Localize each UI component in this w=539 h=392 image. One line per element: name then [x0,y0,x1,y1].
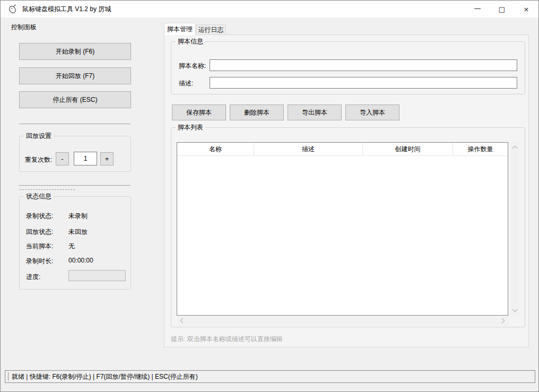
minimize-button[interactable]: — [465,1,490,18]
dashed-line [20,189,75,190]
column-header-description[interactable]: 描述 [254,143,363,155]
progress-bar [68,270,126,281]
close-button[interactable]: × [514,1,538,18]
record-duration-label: 录制时长: [26,257,53,266]
script-desc-label: 描述: [179,79,193,88]
record-status-label: 录制状态: [26,212,53,221]
column-header-op-count[interactable]: 操作数量 [453,143,508,155]
vertical-scrollbar[interactable] [510,142,519,316]
script-list-group: 脚本列表 名称 描述 创建时间 操作数量 [171,127,525,327]
mouse-icon [7,4,18,14]
repeat-decrease-button[interactable]: - [56,152,69,165]
repeat-count-input[interactable] [74,152,97,165]
horizontal-scrollbar[interactable] [177,317,508,325]
script-name-label: 脚本名称: [179,62,206,71]
delete-script-button[interactable]: 删除脚本 [230,104,284,120]
scroll-left-icon[interactable] [180,318,186,324]
script-manager-panel: 脚本信息 脚本名称: 描述: 保存脚本 删除脚本 导出脚本 导入脚本 脚本列表 … [164,34,529,347]
statusbar-text: 就绪 | 快捷键: F6(录制/停止) | F7(回放/暂停/继续) | ESC… [12,372,198,381]
column-header-created[interactable]: 创建时间 [363,143,453,155]
script-name-input[interactable] [210,59,517,71]
playback-settings-group: 回放设置 重复次数: - + [19,136,131,172]
close-icon: × [524,5,529,13]
playback-settings-title: 回放设置 [24,132,54,141]
title-bar: 鼠标键盘模拟工具 V1.2 by 厉城 — □ × [1,1,538,18]
status-info-group: 状态信息 录制状态: 未录制 回放状态: 未回放 当前脚本: 无 录制时长: 0… [19,196,131,290]
window-title: 鼠标键盘模拟工具 V1.2 by 厉城 [22,5,111,14]
script-table-header: 名称 描述 创建时间 操作数量 [177,143,508,156]
tab-run-log[interactable]: 运行日志 [196,24,226,35]
script-desc-input[interactable] [210,77,517,89]
import-script-button[interactable]: 导入脚本 [345,104,399,120]
window-controls: — □ × [465,1,538,18]
maximize-icon: □ [499,5,505,13]
control-panel-title: 控制面板 [11,23,37,32]
minimize-icon: — [474,4,481,12]
playback-status-value: 未回放 [68,228,88,237]
script-info-group: 脚本信息 脚本名称: 描述: [171,41,525,94]
current-script-label: 当前脚本: [26,242,53,251]
maximize-button[interactable]: □ [490,1,514,18]
status-info-title: 状态信息 [24,192,54,201]
column-header-name[interactable]: 名称 [177,143,254,155]
progress-label: 进度: [26,273,40,282]
separator [19,185,131,186]
statusbar-divider [8,372,8,381]
app-window: 鼠标键盘模拟工具 V1.2 by 厉城 — □ × 控制面板 开始录制 (F6)… [0,0,539,392]
start-record-button[interactable]: 开始录制 (F6) [19,43,131,60]
start-playback-button[interactable]: 开始回放 (F7) [19,67,131,84]
save-script-button[interactable]: 保存脚本 [172,104,226,120]
script-list-title: 脚本列表 [176,123,205,132]
current-script-value: 无 [68,242,75,251]
repeat-increase-button[interactable]: + [100,152,114,165]
stop-all-button[interactable]: 停止所有 (ESC) [19,91,131,108]
scroll-right-icon[interactable] [500,318,505,324]
scroll-down-icon[interactable] [512,307,518,312]
export-script-button[interactable]: 导出脚本 [288,104,342,120]
separator [19,124,131,124]
record-duration-value: 00:00:00 [68,257,93,264]
scroll-up-icon[interactable] [512,146,518,151]
script-info-title: 脚本信息 [176,37,205,46]
edit-hint: 提示: 双击脚本名称或描述可以直接编辑 [171,335,283,344]
repeat-count-label: 重复次数: [25,155,52,164]
script-table: 名称 描述 创建时间 操作数量 [177,142,508,316]
status-bar: 就绪 | 快捷键: F6(录制/停止) | F7(回放/暂停/继续) | ESC… [5,370,535,383]
tab-script-manager[interactable]: 脚本管理 [164,23,196,35]
playback-status-label: 回放状态: [26,228,53,237]
record-status-value: 未录制 [68,212,88,221]
